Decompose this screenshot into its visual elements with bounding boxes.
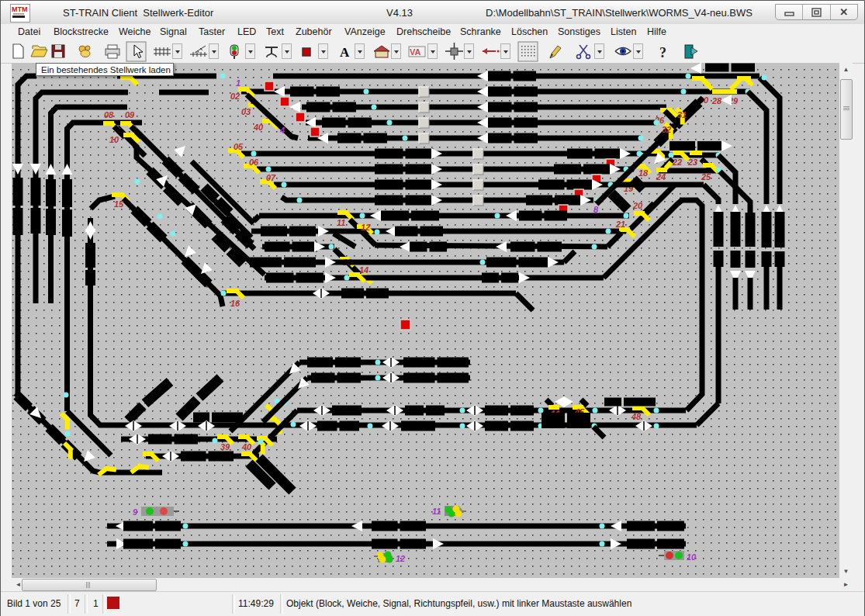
svg-text:23: 23	[687, 157, 697, 167]
svg-text:09: 09	[125, 110, 135, 119]
svg-text:16: 16	[230, 299, 240, 308]
svg-text:11: 11	[432, 507, 441, 516]
svg-text:40: 40	[253, 123, 264, 132]
svg-text:40: 40	[241, 442, 252, 452]
svg-text:32: 32	[662, 125, 671, 134]
svg-text:14: 14	[359, 265, 368, 275]
svg-text:12: 12	[396, 554, 405, 563]
svg-text:8: 8	[593, 205, 599, 214]
svg-text:22: 22	[672, 157, 682, 167]
svg-text:1: 1	[236, 78, 240, 88]
svg-text:10: 10	[687, 552, 697, 562]
svg-text:03: 03	[241, 107, 251, 116]
svg-text:11: 11	[337, 218, 345, 227]
svg-text:21: 21	[615, 220, 625, 229]
svg-text:18: 18	[638, 168, 649, 178]
svg-text:A: A	[340, 45, 350, 60]
svg-text:15: 15	[114, 199, 124, 209]
svg-text:48: 48	[631, 412, 642, 421]
svg-text:31: 31	[677, 110, 687, 119]
svg-text:VA: VA	[410, 47, 421, 57]
svg-text:07: 07	[266, 173, 276, 182]
svg-text:20: 20	[632, 201, 643, 210]
svg-text:25: 25	[701, 172, 711, 182]
svg-text:06: 06	[249, 157, 259, 167]
svg-text:MTM: MTM	[12, 5, 28, 13]
svg-text:08: 08	[104, 110, 114, 119]
svg-text:12: 12	[361, 223, 370, 232]
svg-text:39: 39	[220, 442, 230, 452]
svg-text:28: 28	[711, 96, 722, 106]
svg-text:10: 10	[109, 135, 119, 144]
svg-text:?: ?	[659, 45, 666, 61]
svg-text:4: 4	[279, 126, 285, 135]
svg-text:24: 24	[656, 172, 666, 182]
svg-text:02: 02	[230, 92, 240, 101]
svg-text:05: 05	[234, 142, 244, 151]
svg-text:9: 9	[133, 507, 138, 517]
